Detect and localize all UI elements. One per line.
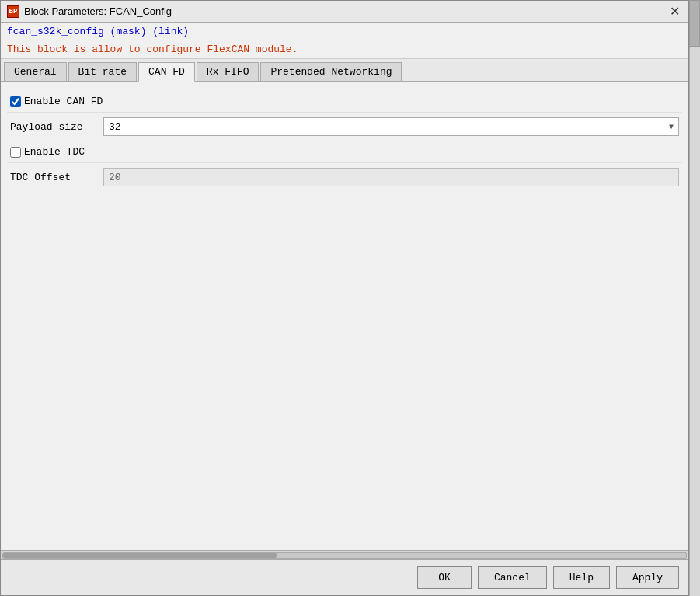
tab-bitrate[interactable]: Bit rate <box>68 62 137 81</box>
enable-canfd-row: Enable CAN FD <box>7 91 682 113</box>
payload-size-dropdown[interactable]: 32 ▼ <box>103 117 679 136</box>
tab-rxfifo[interactable]: Rx FIFO <box>197 62 259 81</box>
dialog-title: Block Parameters: FCAN_Config <box>24 5 172 17</box>
tdc-offset-input[interactable] <box>103 168 679 186</box>
apply-button[interactable]: Apply <box>616 566 679 589</box>
enable-tdc-checkbox[interactable] <box>10 147 21 158</box>
footer: OK Cancel Help Apply <box>1 559 688 595</box>
enable-tdc-label: Enable TDC <box>24 146 85 158</box>
title-bar-left: BP Block Parameters: FCAN_Config <box>7 5 172 18</box>
cancel-button[interactable]: Cancel <box>478 566 547 589</box>
dropdown-arrow-icon: ▼ <box>669 123 674 131</box>
tdc-offset-label: TDC Offset <box>10 172 103 183</box>
help-button[interactable]: Help <box>553 566 610 589</box>
dialog-icon: BP <box>7 5 19 18</box>
close-button[interactable]: ✕ <box>667 4 682 19</box>
description-bar: This block is allow to configure FlexCAN… <box>1 40 688 59</box>
tab-canfd[interactable]: CAN FD <box>138 62 195 82</box>
right-scrollbar-thumb <box>689 0 700 47</box>
enable-tdc-row: Enable TDC <box>7 141 682 163</box>
ok-button[interactable]: OK <box>417 566 472 589</box>
right-scrollbar[interactable] <box>689 0 700 596</box>
content-area: Enable CAN FD Payload size 32 ▼ Enable T… <box>1 82 688 550</box>
enable-canfd-checkbox[interactable] <box>10 96 21 107</box>
scrollbar-thumb <box>3 553 277 558</box>
horizontal-scrollbar[interactable] <box>1 550 688 559</box>
scrollbar-track <box>2 552 687 559</box>
payload-size-label: Payload size <box>10 121 103 133</box>
tdc-offset-row: TDC Offset <box>7 163 682 191</box>
dialog-block-parameters: BP Block Parameters: FCAN_Config ✕ fcan_… <box>0 0 689 596</box>
tab-pretended-networking[interactable]: Pretended Networking <box>260 62 402 81</box>
enable-canfd-label: Enable CAN FD <box>24 96 103 107</box>
mask-link-bar: fcan_s32k_config (mask) (link) <box>1 23 688 40</box>
tab-general[interactable]: General <box>4 62 67 81</box>
tab-bar: General Bit rate CAN FD Rx FIFO Pretende… <box>1 59 688 82</box>
payload-size-row: Payload size 32 ▼ <box>7 113 682 141</box>
title-bar: BP Block Parameters: FCAN_Config ✕ <box>1 1 688 23</box>
